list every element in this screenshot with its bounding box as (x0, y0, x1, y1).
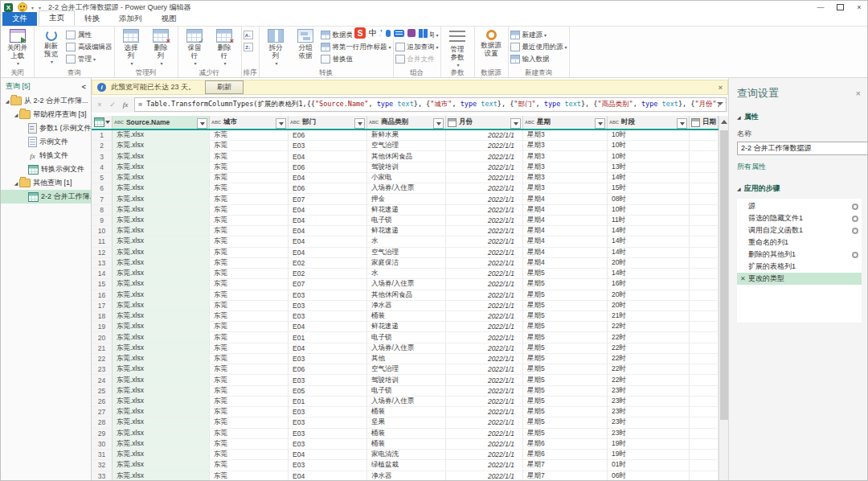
cell[interactable]: 星期5 (523, 429, 608, 439)
cell[interactable]: E03 (289, 417, 367, 428)
cell[interactable]: E03 (289, 375, 367, 385)
tab-1[interactable]: 主页 (39, 10, 75, 26)
cell[interactable]: 2022/1/1 (446, 417, 523, 428)
cell[interactable]: 东莞 (210, 141, 289, 151)
cell[interactable]: E03 (289, 290, 367, 301)
sidebar-item[interactable]: fx转换文件 (1, 149, 91, 162)
cell[interactable]: 10时 (608, 130, 690, 141)
sidebar-item[interactable]: ◢其他查询 [1] (1, 176, 91, 190)
cell[interactable]: 东莞 (210, 397, 289, 407)
cell[interactable]: 2022/1/1 (446, 269, 523, 279)
cell[interactable]: 绿植盆栽 (367, 460, 446, 471)
cell[interactable] (690, 269, 719, 279)
cell[interactable] (690, 460, 719, 471)
cell[interactable]: 23时 (608, 407, 690, 417)
cell[interactable]: 星期3 (523, 162, 608, 173)
cell[interactable]: 20时 (608, 301, 690, 311)
row-number[interactable]: 4 (92, 162, 113, 173)
expander-icon[interactable]: ◢ (4, 98, 10, 104)
row-number[interactable]: 7 (92, 194, 113, 204)
cell[interactable]: 净水器 (367, 301, 446, 311)
cell[interactable]: 东莞 (210, 279, 289, 290)
sidebar-item[interactable]: 2-2 合并工作簿... (1, 190, 91, 204)
cell[interactable]: 星期5 (523, 397, 608, 407)
cell[interactable]: 其他休闲食品 (367, 151, 446, 162)
vertical-scrollbar[interactable] (719, 116, 728, 481)
cell[interactable]: 23时 (608, 429, 690, 439)
cell[interactable]: 东莞.xlsx (113, 151, 210, 162)
cell[interactable] (690, 375, 719, 385)
cell[interactable]: E03 (289, 407, 367, 417)
column-header-3[interactable]: ABC商品类别 (367, 116, 446, 129)
enter-data-button[interactable]: 输入数据 (510, 53, 567, 65)
cell[interactable]: 入场券/入住票 (367, 279, 446, 290)
cell[interactable]: 2022/1/1 (446, 301, 523, 311)
cell[interactable]: 星期6 (523, 439, 608, 450)
row-number[interactable]: 30 (92, 439, 113, 450)
cell[interactable]: E03 (289, 460, 367, 471)
row-number[interactable]: 31 (92, 450, 113, 460)
cell[interactable]: 东莞 (210, 151, 289, 162)
filter-dropdown-icon[interactable] (276, 118, 286, 129)
cell[interactable]: 23时 (608, 386, 690, 397)
cell[interactable]: 2022/1/1 (446, 258, 523, 269)
row-number[interactable]: 8 (92, 205, 113, 216)
row-number[interactable]: 16 (92, 290, 113, 301)
replace-values-button[interactable]: 替换值 (321, 53, 391, 65)
applied-step[interactable]: 源 (737, 200, 862, 212)
restore-button[interactable] (830, 1, 850, 13)
cell[interactable]: 东莞 (210, 173, 289, 183)
cell[interactable]: 电子锁 (367, 216, 446, 226)
cell[interactable]: 星期5 (523, 290, 608, 301)
filter-dropdown-icon[interactable] (433, 118, 444, 129)
row-number[interactable]: 10 (92, 226, 113, 236)
applied-step[interactable]: 删除的其他列1 (737, 249, 862, 261)
minimize-button[interactable]: — (811, 1, 830, 13)
ime-punctuation-icon[interactable]: ’ (380, 29, 383, 38)
cell[interactable] (690, 248, 719, 258)
cell[interactable]: 2022/1/1 (446, 407, 523, 417)
step-settings-gear-icon[interactable] (852, 204, 858, 210)
cell[interactable]: 23时 (608, 397, 690, 407)
cell[interactable]: 星期5 (523, 332, 608, 343)
cell[interactable]: 东莞.xlsx (113, 332, 210, 343)
cell[interactable]: 星期5 (523, 375, 608, 385)
cell[interactable]: 2022/1/1 (446, 141, 523, 151)
sort-asc-button[interactable]: A↓ (244, 29, 253, 41)
cell[interactable]: 东莞 (210, 248, 289, 258)
row-number[interactable]: 5 (92, 173, 113, 183)
cell[interactable]: 鲜花速递 (367, 205, 446, 216)
cell[interactable]: 星期4 (523, 205, 608, 216)
column-header-7[interactable]: 日期 (690, 116, 719, 129)
cell[interactable]: 星期5 (523, 417, 608, 428)
cell[interactable]: 东莞.xlsx (113, 429, 210, 439)
cell[interactable]: 2022/1/1 (446, 194, 523, 204)
cell[interactable]: 星期4 (523, 226, 608, 236)
choose-columns-button[interactable]: 选择 列▾ (117, 27, 146, 66)
cell[interactable]: E01 (289, 397, 367, 407)
cell[interactable]: 东莞 (210, 258, 289, 269)
cell[interactable]: 20时 (608, 258, 690, 269)
expand-formula-icon[interactable] (717, 102, 723, 105)
cell[interactable]: 东莞.xlsx (113, 162, 210, 173)
step-settings-gear-icon[interactable] (852, 216, 858, 222)
cell[interactable]: 星期7 (523, 471, 608, 481)
row-number[interactable]: 25 (92, 386, 113, 397)
properties-section-header[interactable]: ◢ 属性 (737, 112, 861, 122)
cell[interactable]: E04 (289, 236, 367, 247)
cell[interactable]: 东莞.xlsx (113, 130, 210, 141)
filter-dropdown-icon[interactable] (677, 118, 687, 129)
cell[interactable]: 星期6 (523, 450, 608, 460)
cell[interactable]: 东莞.xlsx (113, 248, 210, 258)
cell[interactable]: 16时 (608, 279, 690, 290)
cell[interactable]: 22时 (608, 375, 690, 385)
cell[interactable]: E03 (289, 141, 367, 151)
cell[interactable]: 星期5 (523, 311, 608, 322)
applied-step[interactable]: 筛选的隐藏文件1 (737, 212, 862, 224)
cell[interactable] (690, 151, 719, 162)
cell[interactable]: 星期3 (523, 183, 608, 194)
cell[interactable]: 2022/1/1 (446, 450, 523, 460)
manage-parameters-button[interactable]: 管理 参数▾ (443, 27, 473, 68)
cell[interactable]: 星期3 (523, 130, 608, 141)
row-number[interactable]: 11 (92, 236, 113, 247)
